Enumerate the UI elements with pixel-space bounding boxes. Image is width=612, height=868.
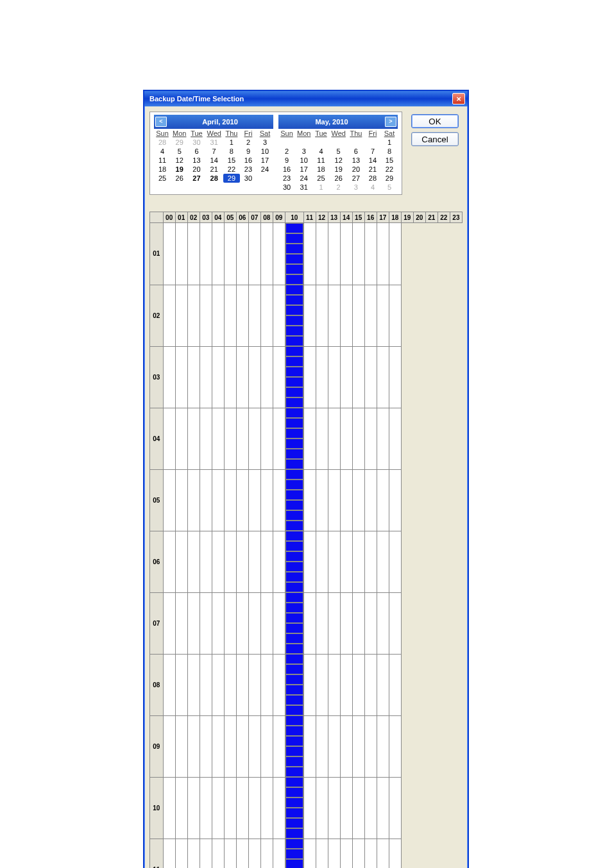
calendar-right-label: May, 2010	[280, 118, 384, 126]
calendar-left[interactable]: < April, 2010 SunMonTueWedThuFriSat28293…	[151, 113, 276, 193]
next-month-icon[interactable]: >	[385, 117, 396, 127]
close-icon[interactable]: ✕	[452, 93, 465, 104]
dialog-title: Backup Date/Time Selection	[149, 95, 244, 103]
calendar-left-label: April, 2010	[168, 118, 272, 126]
dialog-titlebar: Backup Date/Time Selection ✕	[144, 91, 468, 106]
backup-date-time-dialog: Backup Date/Time Selection ✕ < April, 20…	[143, 90, 469, 868]
ok-button[interactable]: OK	[411, 114, 459, 128]
time-selection-grid[interactable]: 0001020304050607080910111213141516171819…	[149, 212, 463, 868]
calendar-right[interactable]: May, 2010 > SunMonTueWedThuFriSat1234567…	[276, 113, 400, 193]
calendar-panel: < April, 2010 SunMonTueWedThuFriSat28293…	[149, 112, 402, 195]
prev-month-icon[interactable]: <	[155, 117, 167, 127]
cancel-button[interactable]: Cancel	[411, 132, 459, 146]
